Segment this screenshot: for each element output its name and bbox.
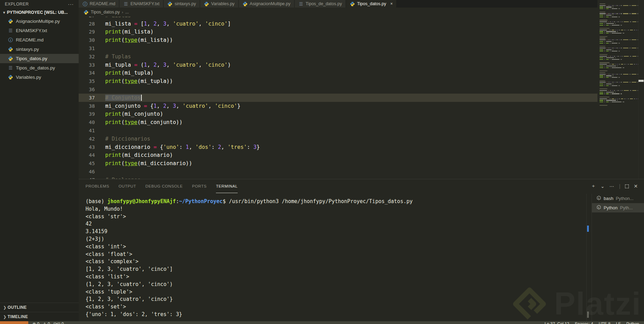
code-line-text: # Tuplas <box>95 54 131 60</box>
terminal-instance-detail: Python... <box>616 196 633 201</box>
status-item-lf[interactable]: LF <box>616 322 621 324</box>
code-line-text: print(mi_tupla) <box>95 70 153 76</box>
warnings-icon[interactable]: ⚠ 0 <box>43 322 50 324</box>
errors-icon[interactable]: ⊗ 0 <box>32 322 39 324</box>
tab-Variables.py[interactable]: Variables.py <box>200 0 239 8</box>
code-line-33[interactable]: 33mi_tupla = (1, 2, 3, 'cuatro', 'cinco'… <box>79 61 597 69</box>
code-line-44[interactable]: 44print(mi_diccionario) <box>79 151 597 160</box>
minimap-line <box>597 38 638 38</box>
file-item-label: sintaxys.py <box>16 47 39 52</box>
code-line-47[interactable]: 47# Booleanos <box>79 176 597 179</box>
txt-file-icon: ☰ <box>298 1 304 7</box>
minimap-line <box>597 77 638 78</box>
more-actions-icon[interactable]: ⋯ <box>610 183 614 189</box>
code-line-29[interactable]: 29print(mi_lista) <box>79 28 597 36</box>
line-number: 36 <box>79 87 95 92</box>
code-line-text: # Listas <box>95 17 131 19</box>
code-line-37[interactable]: 37# Conjuntos <box>79 94 597 102</box>
code-line-text: mi_lista = [1, 2, 3, 'cuatro', 'cinco'] <box>95 21 231 27</box>
file-item-README.md[interactable]: iREADME.md <box>0 35 79 45</box>
line-number: 45 <box>79 161 95 166</box>
status-item-utf-8[interactable]: UTF-8 <box>599 322 611 324</box>
panel-tab-output[interactable]: OUTPUT <box>119 179 136 193</box>
panel-tab-problems[interactable]: PROBLEMS <box>86 179 109 193</box>
panel-tab-ports[interactable]: PORTS <box>192 179 207 193</box>
python-file-icon <box>83 10 89 15</box>
overview-ruler[interactable] <box>638 0 644 179</box>
chevron-right-icon: ❯ <box>2 315 8 319</box>
tab-Tipos_datos.py[interactable]: Tipos_datos.py× <box>346 0 397 8</box>
tab-AsignacionMultipe.py[interactable]: AsignacionMultipe.py <box>239 0 295 8</box>
terminal-instance-bash[interactable]: $bashPython... <box>592 194 644 203</box>
terminal-output-line: (2+3j) <box>86 236 586 244</box>
minimap-line <box>597 97 638 97</box>
remote-indicator-badge[interactable] <box>0 321 28 324</box>
tab-label: Tipos_de_datos.py <box>306 1 342 6</box>
sidebar-section-timeline[interactable]: ❯TIMELINE <box>0 312 79 321</box>
breadcrumb-symbol[interactable]: ... <box>125 10 129 15</box>
line-number: 28 <box>79 21 95 27</box>
code-line-30[interactable]: 30print(type(mi_lista)) <box>79 36 597 44</box>
tab-label: ENAMSKFY.txt <box>130 1 159 6</box>
terminal-scrollbar-handle[interactable] <box>587 312 589 318</box>
code-line-32[interactable]: 32# Tuplas <box>79 53 597 61</box>
status-item-python[interactable]: Python <box>626 322 639 324</box>
maximize-panel-icon[interactable] <box>625 184 629 188</box>
chevron-right-icon: ❯ <box>2 305 8 310</box>
file-item-Tipos_de_datos.py[interactable]: ☰Tipos_de_datos.py <box>0 63 79 73</box>
code-line-27[interactable]: 27# Listas <box>79 17 597 20</box>
terminal-output[interactable]: (base) jhonfypy@JhonfypyENAjf:~/PythonPr… <box>79 194 586 321</box>
file-item-ENAMSKFY.txt[interactable]: ☰ENAMSKFY.txt <box>0 26 79 35</box>
status-item-ln-37-col-12[interactable]: Ln 37, Col 12 <box>545 322 569 324</box>
tab-Tipos_de_datos.py[interactable]: ☰Tipos_de_datos.py <box>295 0 346 8</box>
code-line-31[interactable]: 31 <box>79 44 597 53</box>
explorer-more-actions-icon[interactable]: ··· <box>68 1 74 7</box>
svg-text:$: $ <box>598 206 599 209</box>
terminal-dropdown-icon[interactable]: ⌄ <box>601 183 605 189</box>
code-line-38[interactable]: 38mi_conjunto = {1, 2, 3, 'cuatro', 'cin… <box>79 102 597 110</box>
minimap-line <box>597 82 638 83</box>
tab-README.md[interactable]: iREADME.md <box>79 0 119 8</box>
tab-sintaxys.py[interactable]: sintaxys.py <box>164 0 200 8</box>
terminal-scrollbar[interactable] <box>586 194 589 321</box>
file-item-sintaxys.py[interactable]: sintaxys.py <box>0 45 79 54</box>
panel-tab-terminal[interactable]: TERMINAL <box>216 179 238 193</box>
close-tab-icon[interactable]: × <box>390 1 393 6</box>
code-line-42[interactable]: 42# Diccionarios <box>79 135 597 143</box>
panel-tab-debug-console[interactable]: DEBUG CONSOLE <box>146 179 183 193</box>
code-editor[interactable]: 27# Listas28mi_lista = [1, 2, 3, 'cuatro… <box>79 17 597 179</box>
close-panel-icon[interactable]: ✕ <box>634 183 638 189</box>
info-file-icon: i <box>82 1 88 7</box>
minimap[interactable] <box>597 0 638 179</box>
code-line-40[interactable]: 40print(type(mi_conjunto)) <box>79 118 597 126</box>
code-line-41[interactable]: 41 <box>79 126 597 135</box>
code-line-36[interactable]: 36 <box>79 85 597 94</box>
ports-icon[interactable]: ((•)) 0 <box>53 322 64 324</box>
editor-group: iREADME.md☰ENAMSKFY.txtsintaxys.pyVariab… <box>79 0 644 179</box>
minimap-line <box>597 105 638 106</box>
tab-label: Tipos_datos.py <box>357 1 386 6</box>
terminal-instance-Python[interactable]: $PythonPyth... <box>592 203 644 212</box>
breadcrumb[interactable]: Tipos_datos.py › ... <box>79 8 644 17</box>
code-line-39[interactable]: 39print(mi_conjunto) <box>79 110 597 118</box>
project-folder-header[interactable]: ▼ PYTHONPROYEC [WSL: UB... <box>0 8 79 17</box>
code-line-43[interactable]: 43mi_diccionario = {'uno': 1, 'dos': 2, … <box>79 143 597 151</box>
file-item-AsignacionMultipe.py[interactable]: AsignacionMultipe.py <box>0 17 79 26</box>
new-terminal-icon[interactable]: ＋ <box>591 183 596 189</box>
code-line-46[interactable]: 46 <box>79 168 597 176</box>
code-line-35[interactable]: 35print(type(mi_tupla)) <box>79 77 597 85</box>
breadcrumb-file[interactable]: Tipos_datos.py <box>91 10 120 15</box>
code-line-28[interactable]: 28mi_lista = [1, 2, 3, 'cuatro', 'cinco'… <box>79 20 597 28</box>
tab-ENAMSKFY.txt[interactable]: ☰ENAMSKFY.txt <box>119 0 164 8</box>
file-item-Tipos_datos.py[interactable]: Tipos_datos.py <box>0 54 79 63</box>
sidebar-section-outline[interactable]: ❯OUTLINE <box>0 303 79 312</box>
file-item-Variables.py[interactable]: Variables.py <box>0 73 79 82</box>
minimap-line <box>597 87 638 87</box>
code-line-34[interactable]: 34print(mi_tupla) <box>79 69 597 77</box>
file-item-label: Tipos_datos.py <box>16 56 47 61</box>
svg-text:$: $ <box>598 197 599 199</box>
code-line-45[interactable]: 45print(type(mi_diccionario)) <box>79 159 597 168</box>
separator: | <box>619 183 621 189</box>
minimap-line <box>597 5 638 6</box>
status-item-spaces-4[interactable]: Spaces: 4 <box>575 322 593 324</box>
